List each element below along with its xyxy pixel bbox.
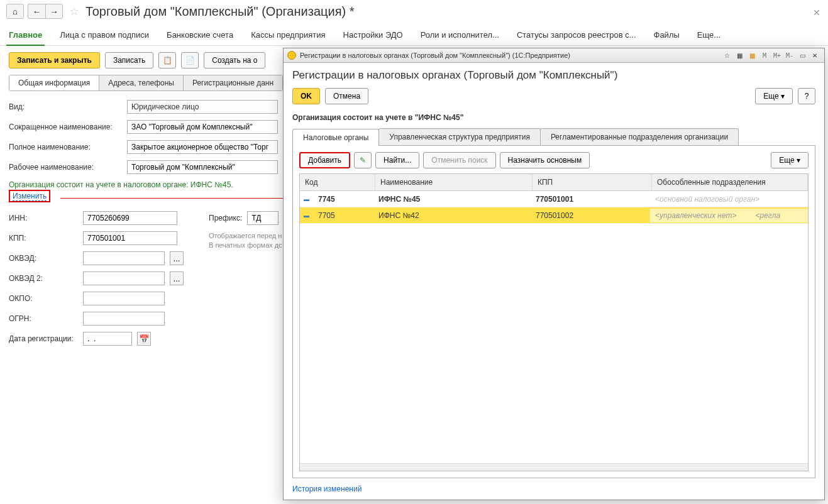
okved-select-button[interactable]: ... — [170, 251, 184, 265]
subtab-addresses[interactable]: Адреса, телефоны — [99, 75, 184, 90]
modal-heading: Регистрации в налоговых органах (Торговы… — [292, 69, 815, 82]
nav-forward-button[interactable]: → — [45, 4, 63, 19]
grid-row[interactable]: ▬7705ИФНС №42770501002<управленческих не… — [300, 207, 808, 224]
modal-help-button[interactable]: ? — [798, 88, 815, 104]
grid-find-button[interactable]: Найти... — [375, 152, 419, 168]
home-button[interactable]: ⌂ — [6, 4, 24, 19]
create-based-button[interactable]: Создать на о — [204, 52, 265, 68]
okved2-label: ОКВЭД 2: — [9, 274, 78, 283]
tab-signers[interactable]: Лица с правом подписи — [57, 25, 152, 45]
kpp-label: КПП: — [9, 234, 78, 243]
kind-label: Вид: — [9, 102, 122, 111]
change-highlight: Изменить — [9, 190, 50, 202]
titlebar-mplus[interactable]: M+ — [771, 50, 783, 60]
grid-cancel-search-button[interactable]: Отменить поиск — [423, 152, 495, 168]
okved2-field[interactable] — [83, 271, 165, 285]
tab-edo[interactable]: Настройки ЭДО — [341, 25, 406, 45]
okved2-select-button[interactable]: ... — [170, 271, 184, 285]
regdate-label: Дата регистрации: — [9, 334, 78, 343]
tax-reg-modal: Регистрации в налоговых органах (Торговы… — [283, 48, 825, 500]
modal-tab-tax[interactable]: Налоговые органы — [292, 129, 379, 146]
okved-field[interactable] — [83, 251, 165, 265]
grid-set-primary-button[interactable]: Назначить основным — [500, 152, 590, 168]
prefix-label: Префикс: — [209, 214, 242, 222]
short-label: Сокращенное наименование: — [9, 123, 122, 131]
row-icon: ▬ — [300, 196, 313, 202]
prefix-note-2: В печатных формах дс — [209, 241, 282, 250]
tab-roles[interactable]: Роли и исполнител... — [418, 25, 502, 45]
favorite-icon[interactable]: ☆ — [69, 4, 79, 18]
change-link[interactable]: Изменить — [13, 192, 47, 201]
tax-grid: Код Наименование КПП Обособленные подраз… — [299, 173, 809, 471]
titlebar-calc2-icon[interactable]: ▦ — [746, 50, 758, 60]
save-close-button[interactable]: Записать и закрыть — [9, 52, 100, 68]
close-icon[interactable]: ✕ — [813, 8, 820, 18]
save-button[interactable]: Записать — [105, 52, 153, 68]
modal-title-text: Регистрации в налоговых органах (Торговы… — [300, 52, 570, 59]
tab-bank[interactable]: Банковские счета — [164, 25, 236, 45]
tab-statuses[interactable]: Статусы запросов реестров с... — [514, 25, 639, 45]
ogrn-label: ОГРН: — [9, 314, 78, 323]
modal-tab-mgmt[interactable]: Управленческая структура предприятия — [378, 128, 541, 145]
regdate-calendar-button[interactable]: 📅 — [137, 332, 151, 346]
grid-header-div[interactable]: Обособленные подразделения — [652, 174, 808, 190]
grid-add-button[interactable]: Добавить — [299, 152, 350, 168]
prefix-field[interactable] — [247, 211, 279, 225]
full-label: Полное наименование: — [9, 143, 122, 151]
row-icon: ▬ — [300, 212, 313, 219]
kpp-field[interactable] — [83, 231, 177, 245]
app-logo-icon — [287, 51, 296, 60]
history-link[interactable]: История изменений — [292, 485, 815, 493]
inn-field[interactable] — [83, 211, 177, 225]
titlebar-restore-icon[interactable]: ▭ — [797, 50, 808, 60]
titlebar-close-icon[interactable]: ✕ — [809, 50, 820, 60]
tab-cash[interactable]: Кассы предприятия — [248, 25, 328, 45]
okpo-label: ОКПО: — [9, 294, 78, 303]
grid-hscroll[interactable] — [300, 463, 808, 471]
modal-org-line: Организация состоит на учете в "ИФНС №45… — [292, 113, 815, 122]
titlebar-calc1-icon[interactable]: ▦ — [734, 50, 745, 60]
okpo-field[interactable] — [83, 292, 165, 305]
grid-edit-button[interactable]: ✎ — [354, 152, 372, 168]
titlebar-mminus[interactable]: M- — [784, 50, 795, 60]
nav-back-button[interactable]: ← — [28, 4, 45, 19]
full-field[interactable] — [127, 140, 278, 154]
subtab-general[interactable]: Общая информация — [9, 75, 99, 90]
work-label: Рабочее наименование: — [9, 163, 122, 172]
regdate-field[interactable] — [83, 332, 132, 346]
modal-ok-button[interactable]: OK — [292, 88, 320, 104]
grid-header-kpp[interactable]: КПП — [533, 174, 652, 190]
short-field[interactable] — [127, 120, 278, 134]
kind-field[interactable] — [127, 100, 278, 114]
toolbar-icon-1[interactable]: 📋 — [158, 52, 176, 68]
grid-header-name[interactable]: Наименование — [375, 174, 533, 190]
titlebar-fav-icon[interactable]: ☆ — [721, 50, 732, 60]
modal-cancel-button[interactable]: Отмена — [325, 88, 368, 104]
page-title: Торговый дом "Комплексный" (Организация)… — [86, 4, 354, 19]
tab-main[interactable]: Главное — [6, 25, 45, 46]
work-field[interactable] — [127, 160, 278, 174]
grid-row[interactable]: ▬7745ИФНС №45770501001<основной налоговы… — [300, 191, 808, 207]
tab-files[interactable]: Файлы — [651, 25, 682, 45]
subtab-regdata[interactable]: Регистрационные данн — [184, 75, 282, 90]
modal-more-button[interactable]: Еще ▾ — [755, 88, 793, 104]
okved-label: ОКВЭД: — [9, 254, 78, 263]
ogrn-field[interactable] — [83, 312, 165, 326]
modal-tab-regdiv[interactable]: Регламентированные подразделения организ… — [540, 128, 739, 145]
titlebar-m[interactable]: M — [759, 50, 770, 60]
toolbar-icon-2[interactable]: 📄 — [181, 52, 199, 68]
grid-more-button[interactable]: Еще ▾ — [771, 152, 809, 168]
grid-header-code[interactable]: Код — [300, 174, 375, 190]
tax-info-text: Организация состоит на учете в налоговом… — [9, 180, 233, 189]
tab-more[interactable]: Еще... — [695, 25, 723, 45]
prefix-note-1: Отображается перед н — [209, 231, 282, 241]
inn-label: ИНН: — [9, 214, 78, 222]
